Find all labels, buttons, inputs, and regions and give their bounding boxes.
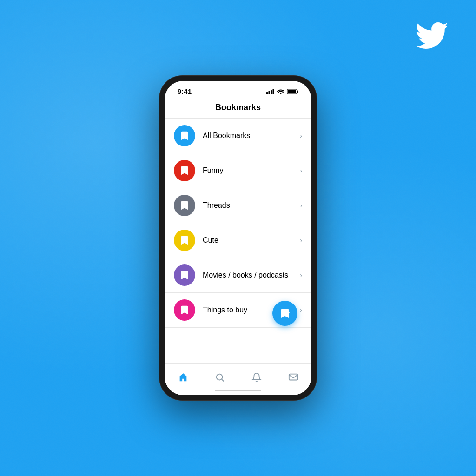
bookmark-icon-all-bookmarks bbox=[174, 125, 195, 146]
bookmark-item-cute[interactable]: Cute › bbox=[165, 223, 311, 258]
home-indicator bbox=[165, 390, 311, 395]
bookmark-label-all-bookmarks: All Bookmarks bbox=[203, 132, 300, 140]
status-time: 9:41 bbox=[178, 87, 192, 95]
bookmark-icon-things-to-buy bbox=[174, 299, 195, 321]
chevron-icon-things-to-buy: › bbox=[300, 306, 302, 314]
status-icons bbox=[266, 89, 298, 94]
bookmark-item-all-bookmarks[interactable]: All Bookmarks › bbox=[165, 119, 311, 153]
svg-rect-0 bbox=[266, 92, 268, 94]
bookmark-item-threads[interactable]: Threads › bbox=[165, 188, 311, 223]
page-title: Bookmarks bbox=[215, 103, 261, 112]
chevron-icon-threads: › bbox=[300, 202, 302, 209]
add-bookmark-folder-button[interactable] bbox=[272, 301, 298, 326]
home-bar bbox=[215, 390, 261, 391]
bookmark-item-movies-books-podcasts[interactable]: Movies / books / podcasts › bbox=[165, 258, 311, 293]
bookmark-label-funny: Funny bbox=[203, 166, 300, 175]
bookmark-list: All Bookmarks › Funny › Threads › bbox=[165, 119, 311, 363]
svg-rect-2 bbox=[271, 90, 272, 94]
bottom-nav bbox=[165, 363, 311, 390]
svg-rect-5 bbox=[288, 90, 296, 93]
status-bar: 9:41 bbox=[165, 81, 311, 98]
svg-point-9 bbox=[216, 374, 222, 380]
chevron-icon-all-bookmarks: › bbox=[300, 132, 302, 139]
bookmark-icon-cute bbox=[174, 230, 195, 251]
nav-item-notifications[interactable] bbox=[246, 369, 267, 386]
battery-icon bbox=[287, 89, 298, 94]
bookmark-icon-threads bbox=[174, 195, 195, 216]
bookmark-label-cute: Cute bbox=[203, 236, 300, 245]
bookmark-label-threads: Threads bbox=[203, 201, 300, 210]
phone-shell: 9:41 bbox=[159, 75, 317, 401]
bookmark-item-funny[interactable]: Funny › bbox=[165, 153, 311, 188]
svg-line-10 bbox=[222, 379, 224, 381]
chevron-icon-cute: › bbox=[300, 237, 302, 244]
twitter-logo bbox=[416, 22, 448, 49]
chevron-icon-movies-books-podcasts: › bbox=[300, 271, 302, 279]
phone-screen: 9:41 bbox=[165, 81, 311, 395]
nav-item-search[interactable] bbox=[210, 369, 230, 386]
nav-item-home[interactable] bbox=[173, 369, 193, 386]
bookmark-icon-movies-books-podcasts bbox=[174, 264, 195, 286]
bookmark-label-movies-books-podcasts: Movies / books / podcasts bbox=[203, 271, 300, 279]
svg-rect-6 bbox=[298, 90, 298, 93]
svg-rect-1 bbox=[269, 91, 270, 94]
wifi-icon bbox=[277, 89, 284, 94]
page-header: Bookmarks bbox=[165, 98, 311, 119]
signal-icon bbox=[266, 89, 274, 94]
chevron-icon-funny: › bbox=[300, 167, 302, 174]
bookmark-icon-funny bbox=[174, 160, 195, 181]
svg-rect-8 bbox=[287, 311, 288, 315]
svg-rect-3 bbox=[273, 89, 274, 94]
nav-item-messages[interactable] bbox=[283, 369, 304, 386]
